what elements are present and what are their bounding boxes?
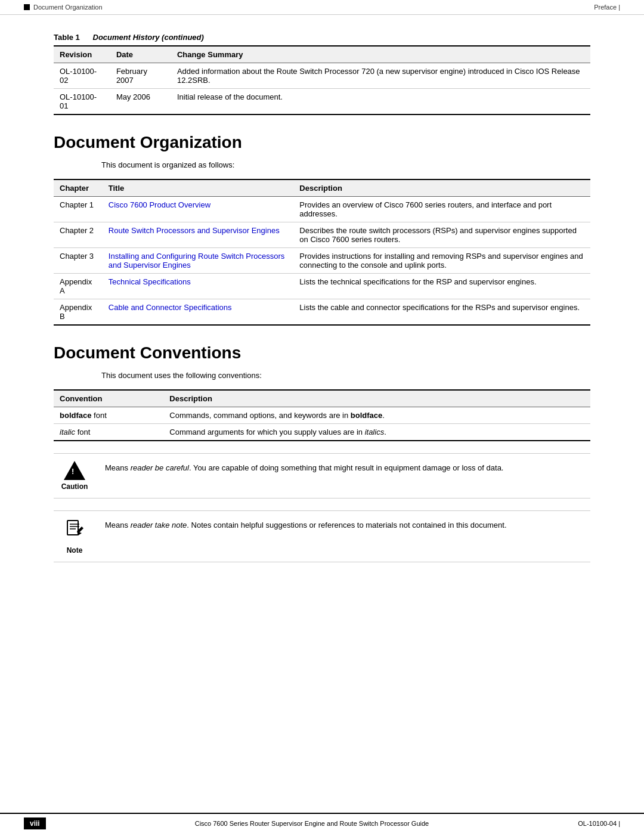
chapter-link[interactable]: Installing and Configuring Route Switch … bbox=[109, 252, 285, 270]
top-bar-right: Preface | bbox=[594, 4, 620, 11]
doc-conv-col-description: Description bbox=[163, 390, 590, 407]
chapter-link[interactable]: Cisco 7600 Product Overview bbox=[109, 200, 210, 209]
history-header-row: Revision Date Change Summary bbox=[54, 46, 590, 63]
note-label: Note bbox=[67, 546, 83, 555]
footer: viii Cisco 7600 Series Router Supervisor… bbox=[0, 813, 644, 833]
doc-org-description: Provides an overview of Cisco 7600 serie… bbox=[293, 197, 590, 222]
table-row: italic font Command arguments for which … bbox=[54, 424, 590, 441]
doc-org-col-description: Description bbox=[293, 179, 590, 197]
doc-conv-col-convention: Convention bbox=[54, 390, 163, 407]
doc-org-chapter: Chapter 2 bbox=[54, 222, 103, 248]
table-row: Chapter 2 Route Switch Processors and Su… bbox=[54, 222, 590, 248]
doc-org-title: Cable and Connector Specifications bbox=[103, 299, 294, 326]
history-revision: OL-10100-02 bbox=[54, 63, 110, 89]
footer-right-text: OL-10100-04 | bbox=[578, 820, 620, 827]
caution-icon-area: Caution bbox=[54, 461, 95, 491]
history-col-date: Date bbox=[110, 46, 171, 63]
doc-org-title: Cisco 7600 Product Overview bbox=[103, 197, 294, 222]
main-content: Table 1 Document History (continued) Rev… bbox=[0, 15, 644, 622]
doc-org-title: Technical Specifications bbox=[103, 274, 294, 299]
history-date: May 2006 bbox=[110, 89, 171, 115]
doc-conv-intro: This document uses the following convent… bbox=[101, 371, 590, 380]
chapter-link[interactable]: Route Switch Processors and Supervisor E… bbox=[109, 226, 280, 235]
history-summary: Added information about the Route Switch… bbox=[171, 63, 590, 89]
caution-text: Means reader be careful. You are capable… bbox=[105, 461, 590, 472]
convention-italic-desc: Command arguments for which you supply v… bbox=[163, 424, 590, 441]
table-title: Document History (continued) bbox=[93, 33, 204, 42]
top-bar: Document Organization Preface | bbox=[0, 0, 644, 15]
doc-org-col-chapter: Chapter bbox=[54, 179, 103, 197]
doc-org-header-row: Chapter Title Description bbox=[54, 179, 590, 197]
doc-org-description: Lists the cable and connector specificat… bbox=[293, 299, 590, 326]
doc-conv-table: Convention Description boldface font Com… bbox=[54, 389, 590, 441]
doc-org-chapter: Chapter 1 bbox=[54, 197, 103, 222]
doc-org-title: Route Switch Processors and Supervisor E… bbox=[103, 222, 294, 248]
table-row: boldface font Commands, command options,… bbox=[54, 407, 590, 424]
doc-org-chapter: Chapter 3 bbox=[54, 248, 103, 274]
chapter-link[interactable]: Cable and Connector Specifications bbox=[109, 303, 232, 312]
history-revision: OL-10100-01 bbox=[54, 89, 110, 115]
table-row: Appendix B Cable and Connector Specifica… bbox=[54, 299, 590, 326]
caution-block: Caution Means reader be careful. You are… bbox=[54, 453, 590, 498]
doc-org-intro: This document is organized as follows: bbox=[101, 160, 590, 169]
top-bar-square-icon bbox=[24, 4, 30, 10]
caution-triangle-icon bbox=[64, 461, 85, 480]
footer-center-text: Cisco 7600 Series Router Supervisor Engi… bbox=[46, 820, 578, 827]
table-row: Chapter 1 Cisco 7600 Product Overview Pr… bbox=[54, 197, 590, 222]
note-text: Means reader take note. Notes contain he… bbox=[105, 518, 590, 529]
convention-italic: italic font bbox=[54, 424, 163, 441]
doc-org-description: Provides instructions for installing and… bbox=[293, 248, 590, 274]
table-row: Chapter 3 Installing and Configuring Rou… bbox=[54, 248, 590, 274]
table-caption: Table 1 Document History (continued) bbox=[54, 33, 590, 42]
svg-rect-0 bbox=[67, 521, 78, 535]
doc-org-title: Installing and Configuring Route Switch … bbox=[103, 248, 294, 274]
document-history-table: Revision Date Change Summary OL-10100-02… bbox=[54, 45, 590, 115]
table-number: Table 1 bbox=[54, 33, 80, 42]
top-bar-section-label: Document Organization bbox=[33, 4, 103, 11]
history-summary: Initial release of the document. bbox=[171, 89, 590, 115]
table-row: Appendix A Technical Specifications List… bbox=[54, 274, 590, 299]
table-row: OL-10100-01 May 2006 Initial release of … bbox=[54, 89, 590, 115]
table-row: OL-10100-02 February 2007 Added informat… bbox=[54, 63, 590, 89]
note-pencil-icon bbox=[64, 518, 85, 544]
doc-org-description: Describes the route switch processors (R… bbox=[293, 222, 590, 248]
history-col-summary: Change Summary bbox=[171, 46, 590, 63]
note-block: Note Means reader take note. Notes conta… bbox=[54, 510, 590, 562]
convention-boldface-desc: Commands, command options, and keywords … bbox=[163, 407, 590, 424]
chapter-link[interactable]: Technical Specifications bbox=[109, 277, 191, 286]
history-date: February 2007 bbox=[110, 63, 171, 89]
doc-org-chapter: Appendix A bbox=[54, 274, 103, 299]
doc-org-col-title: Title bbox=[103, 179, 294, 197]
note-icon-area: Note bbox=[54, 518, 95, 555]
caution-label: Caution bbox=[61, 482, 88, 491]
top-bar-left: Document Organization bbox=[24, 4, 103, 11]
doc-org-heading: Document Organization bbox=[54, 133, 590, 152]
history-col-revision: Revision bbox=[54, 46, 110, 63]
doc-conv-heading: Document Conventions bbox=[54, 343, 590, 363]
doc-org-table: Chapter Title Description Chapter 1 Cisc… bbox=[54, 179, 590, 326]
doc-org-chapter: Appendix B bbox=[54, 299, 103, 326]
doc-conv-header-row: Convention Description bbox=[54, 390, 590, 407]
footer-page-number: viii bbox=[24, 817, 46, 829]
convention-boldface: boldface font bbox=[54, 407, 163, 424]
doc-org-description: Lists the technical specifications for t… bbox=[293, 274, 590, 299]
